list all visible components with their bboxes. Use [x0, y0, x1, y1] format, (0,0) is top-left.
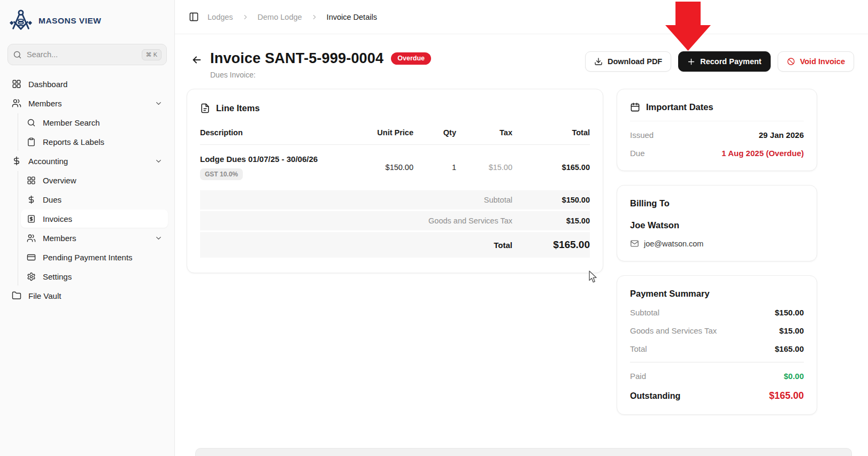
chevron-down-icon: [155, 157, 163, 165]
ps-tax-label: Goods and Services Tax: [630, 326, 717, 335]
users-icon: [27, 234, 36, 243]
total-value: $165.00: [512, 239, 590, 251]
sidebar-toggle-icon[interactable]: [189, 12, 199, 22]
content-area: Line Items Description Unit Price Qty Ta…: [175, 79, 868, 415]
download-pdf-label: Download PDF: [608, 57, 662, 66]
users-icon: [12, 98, 21, 108]
sidebar-item-pending-payment-intents[interactable]: Pending Payment Intents: [21, 248, 168, 266]
sidebar-item-file-vault[interactable]: File Vault: [6, 287, 168, 305]
breadcrumb-lodges[interactable]: Lodges: [208, 13, 233, 21]
outstanding-value: $165.00: [769, 390, 804, 401]
sidebar-item-reports-labels[interactable]: Reports & Labels: [21, 133, 168, 151]
due-value: 1 Aug 2025 (Overdue): [721, 149, 804, 158]
subtotal-value: $150.00: [512, 196, 590, 204]
tax-summary-row: Goods and Services Tax $15.00: [200, 210, 590, 230]
total-row: Total $165.00: [200, 230, 590, 258]
plus-icon: [687, 58, 695, 66]
record-payment-button[interactable]: Record Payment: [678, 51, 770, 72]
calendar-icon: [630, 102, 640, 112]
main-content: Lodges Demo Lodge Invoice Details Invoic…: [175, 0, 868, 456]
line-item-total: $165.00: [512, 163, 590, 172]
accounting-subgroup: Overview Dues Invoices Members Pending P…: [18, 171, 168, 285]
line-items-title: Line Items: [216, 103, 260, 113]
sidebar-item-member-search[interactable]: Member Search: [21, 113, 168, 132]
status-badge: Overdue: [391, 52, 431, 65]
sidebar-item-label: Accounting: [28, 157, 68, 166]
due-row: Due 1 Aug 2025 (Overdue): [630, 149, 804, 158]
sidebar-item-label: File Vault: [28, 291, 61, 300]
back-arrow-icon[interactable]: [191, 54, 203, 66]
search-input[interactable]: Search... ⌘ K: [7, 44, 167, 65]
subtotal-row: Subtotal $150.00: [200, 189, 590, 210]
breadcrumb-demo-lodge[interactable]: Demo Lodge: [258, 13, 302, 21]
line-item-qty: 1: [413, 163, 456, 172]
gear-icon: [27, 272, 36, 281]
ps-total-value: $165.00: [775, 344, 804, 353]
line-item-unit-price: $150.00: [349, 163, 413, 172]
masons-view-logo-icon: [9, 9, 33, 33]
billing-to-title: Billing To: [630, 198, 670, 208]
paid-value: $0.00: [783, 372, 804, 381]
sidebar-item-label: Invoices: [43, 214, 72, 223]
ban-icon: [787, 57, 795, 66]
ps-subtotal-row: Subtotal $150.00: [630, 308, 804, 317]
search-icon: [27, 118, 36, 127]
breadcrumb-invoice-details: Invoice Details: [327, 13, 377, 21]
sidebar-item-label: Members: [28, 99, 62, 108]
download-pdf-button[interactable]: Download PDF: [585, 51, 671, 72]
brand[interactable]: MASONS VIEW: [6, 0, 168, 40]
sidebar-item-label: Dashboard: [28, 80, 67, 89]
sidebar-item-accounting-members[interactable]: Members: [21, 229, 168, 247]
header-actions: Download PDF Record Payment Void Invoice: [585, 51, 854, 72]
chevron-right-icon: [242, 13, 249, 21]
important-dates-card: Important Dates Issued 29 Jan 2026 Due 1…: [617, 89, 817, 171]
table-row: Lodge Dues 01/07/25 - 30/06/26 GST 10.0%…: [200, 145, 590, 189]
payment-summary-title: Payment Summary: [630, 289, 710, 299]
col-tax: Tax: [456, 128, 512, 137]
sidebar-item-dashboard[interactable]: Dashboard: [6, 75, 168, 93]
table-header-row: Description Unit Price Qty Tax Total: [200, 128, 590, 145]
sidebar-item-members[interactable]: Members: [6, 94, 168, 112]
total-label: Total: [200, 241, 512, 250]
billing-name: Joe Watson: [630, 220, 804, 230]
mail-icon: [630, 239, 639, 248]
invoice-subtitle: Dues Invoice:: [210, 71, 431, 79]
page-title: Invoice SANT-5-999-0004: [210, 50, 383, 67]
billing-email: joe@watson.com: [644, 239, 703, 248]
subtotal-label: Subtotal: [200, 196, 512, 204]
invoice-header: Invoice SANT-5-999-0004 Overdue Dues Inv…: [175, 34, 868, 79]
sidebar-item-invoices[interactable]: Invoices: [21, 210, 168, 228]
line-items-card: Line Items Description Unit Price Qty Ta…: [187, 89, 603, 273]
grid-icon: [12, 79, 21, 89]
record-payment-label: Record Payment: [700, 57, 761, 66]
sidebar-item-settings[interactable]: Settings: [21, 267, 168, 285]
important-dates-title: Important Dates: [646, 102, 713, 112]
sidebar-item-label: Members: [43, 234, 76, 243]
dollar-icon: [12, 156, 21, 166]
sidebar-nav: Dashboard Members Member Search Reports …: [6, 75, 168, 305]
tax-summary-value: $15.00: [512, 217, 590, 225]
sidebar: MASONS VIEW Search... ⌘ K Dashboard Memb…: [0, 0, 175, 456]
sidebar-item-label: Reports & Labels: [43, 137, 104, 146]
issued-label: Issued: [630, 130, 654, 140]
sidebar-item-label: Pending Payment Intents: [43, 253, 133, 262]
ps-subtotal-value: $150.00: [775, 308, 804, 317]
chevron-right-icon: [311, 13, 318, 21]
credit-card-icon: [27, 253, 36, 262]
banknote-icon: [27, 214, 36, 223]
void-invoice-button[interactable]: Void Invoice: [778, 51, 854, 72]
sidebar-item-accounting[interactable]: Accounting: [6, 152, 168, 170]
issued-row: Issued 29 Jan 2026: [630, 130, 804, 140]
col-total: Total: [512, 128, 590, 137]
sidebar-item-label: Dues: [43, 195, 62, 204]
col-unit-price: Unit Price: [349, 128, 413, 137]
members-subgroup: Member Search Reports & Labels: [18, 113, 168, 151]
sidebar-item-label: Settings: [43, 272, 72, 281]
download-icon: [594, 57, 603, 66]
sidebar-item-overview[interactable]: Overview: [21, 171, 168, 189]
billing-to-card: Billing To Joe Watson joe@watson.com: [617, 185, 817, 261]
sidebar-item-dues[interactable]: Dues: [21, 190, 168, 208]
document-icon: [200, 103, 210, 113]
paid-label: Paid: [630, 372, 646, 381]
line-item-description: Lodge Dues 01/07/25 - 30/06/26: [200, 154, 349, 164]
